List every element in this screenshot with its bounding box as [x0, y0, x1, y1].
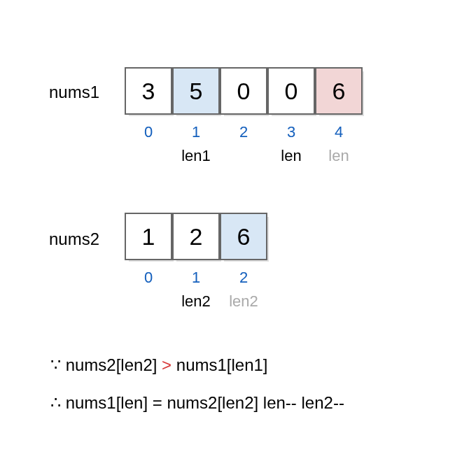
premise-suffix: nums1[len1]	[172, 355, 267, 374]
conclusion-statement: ∴ nums1[len] = nums2[len2] len-- len2--	[50, 393, 344, 413]
nums2-cell-2-val: 6	[237, 223, 251, 250]
nums1-label: nums1	[49, 83, 99, 102]
nums2-index-1: 1	[172, 269, 220, 287]
premise-prefix: ∵ nums2[len2]	[50, 355, 162, 374]
nums2-cell-0-val: 1	[142, 223, 155, 250]
nums2-index-0: 0	[125, 269, 172, 287]
premise-statement: ∵ nums2[len2] > nums1[len1]	[50, 355, 268, 375]
nums1-cell-2-val: 0	[237, 78, 251, 105]
nums2-index-2: 2	[220, 269, 267, 287]
greater-than-op: >	[162, 355, 172, 374]
nums1-cell-4-val: 6	[332, 78, 346, 105]
nums1-index-1: 1	[172, 123, 220, 141]
nums2-ptr-len2: len2	[172, 292, 220, 311]
nums1-ptr-len1: len1	[172, 147, 220, 165]
nums1-cell-0: 3	[125, 67, 172, 115]
nums1-index-4: 4	[315, 123, 363, 141]
nums2-cell-0: 1	[125, 213, 172, 260]
nums1-ptr-len-prev: len	[315, 147, 363, 165]
nums2-label: nums2	[49, 229, 99, 249]
nums1-cell-2: 0	[220, 67, 267, 115]
nums1-cell-3: 0	[267, 67, 315, 115]
nums2-ptr-len2-prev: len2	[220, 292, 267, 311]
nums1-cell-0-val: 3	[142, 78, 155, 105]
nums1-index-3: 3	[267, 123, 315, 141]
nums1-cell-4: 6	[315, 67, 363, 115]
nums1-index-2: 2	[220, 123, 267, 141]
nums2-cell-1: 2	[172, 213, 220, 260]
nums1-ptr-len: len	[267, 147, 315, 165]
nums2-cell-1-val: 2	[190, 223, 203, 250]
nums1-cell-1: 5	[172, 67, 220, 115]
nums1-cell-3-val: 0	[285, 78, 298, 105]
nums1-index-0: 0	[125, 123, 172, 141]
nums2-cell-2: 6	[220, 213, 267, 260]
nums1-cell-1-val: 5	[190, 78, 203, 105]
